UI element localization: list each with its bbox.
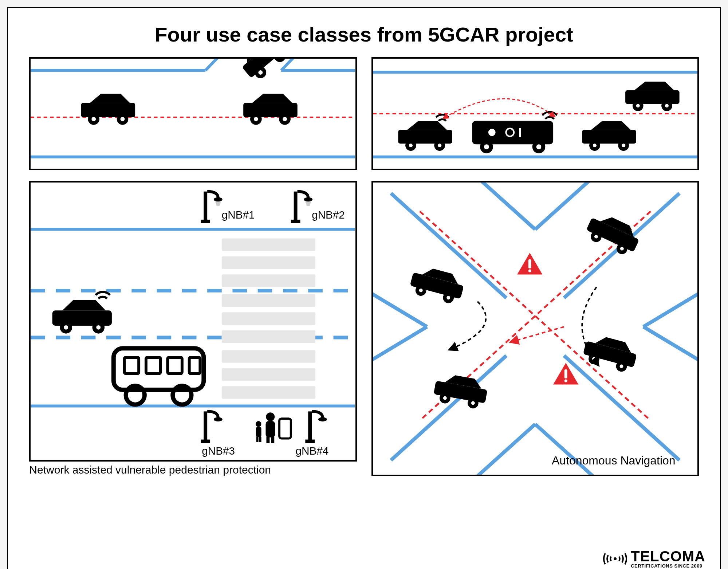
svg-rect-89	[256, 427, 261, 437]
svg-rect-51	[291, 220, 300, 223]
truck-icon	[472, 112, 557, 153]
svg-point-13	[92, 117, 96, 121]
svg-rect-16	[244, 103, 298, 117]
svg-rect-92	[279, 419, 291, 438]
svg-rect-109	[564, 369, 567, 378]
brand-logo: TELCOMA CERTIFICATIONS SINCE 2009	[602, 549, 705, 568]
svg-rect-62	[222, 330, 315, 343]
svg-point-38	[536, 144, 541, 149]
svg-rect-107	[528, 259, 531, 268]
svg-point-80	[214, 417, 223, 421]
svg-line-3	[282, 59, 327, 70]
svg-rect-79	[201, 440, 210, 443]
svg-rect-73	[146, 357, 161, 374]
wifi-icon	[436, 115, 449, 121]
svg-rect-75	[189, 357, 200, 374]
svg-line-100	[373, 327, 427, 370]
panel-pedestrian-wrap: gNB#1 gNB#2	[29, 181, 357, 476]
svg-point-44	[593, 144, 596, 147]
svg-rect-47	[204, 192, 208, 220]
svg-point-26	[636, 104, 640, 107]
svg-rect-57	[222, 238, 315, 251]
see-through-svg	[373, 59, 697, 169]
svg-point-108	[528, 270, 531, 272]
svg-rect-29	[398, 130, 452, 144]
svg-rect-63	[222, 350, 315, 363]
svg-rect-81	[308, 411, 312, 440]
svg-rect-64	[222, 368, 315, 381]
svg-point-70	[97, 325, 101, 330]
gnb-label: gNB#1	[222, 209, 255, 221]
svg-rect-42	[582, 130, 636, 144]
diagram-page: Four use case classes from 5GCAR project	[7, 7, 721, 569]
svg-rect-61	[222, 312, 315, 325]
svg-rect-91	[259, 437, 261, 442]
svg-line-103	[463, 424, 535, 475]
svg-point-49	[214, 197, 223, 202]
car-icon	[81, 94, 135, 125]
svg-line-101	[643, 283, 697, 327]
pedestrian-svg: gNB#1 gNB#2	[31, 183, 355, 460]
car-icon	[582, 121, 636, 151]
gnb-label: gNB#2	[312, 209, 345, 221]
autonomous-svg	[373, 183, 697, 475]
svg-line-97	[463, 183, 535, 229]
panel-caption: Autonomous Navigation	[552, 454, 676, 467]
svg-rect-48	[201, 220, 210, 223]
svg-point-20	[283, 117, 287, 121]
signal-icon	[602, 550, 628, 568]
car-icon	[244, 94, 298, 125]
svg-rect-87	[271, 437, 275, 443]
bus-icon	[114, 348, 204, 404]
brand-name: TELCOMA	[631, 549, 705, 564]
svg-rect-50	[294, 192, 298, 220]
svg-point-46	[622, 144, 625, 147]
svg-point-68	[64, 325, 68, 330]
wifi-icon	[96, 292, 110, 298]
lamp-icon	[291, 192, 312, 223]
brand-tagline: CERTIFICATIONS SINCE 2009	[631, 564, 702, 568]
svg-rect-72	[125, 357, 139, 374]
svg-rect-24	[625, 90, 680, 104]
svg-line-102	[643, 327, 697, 370]
svg-point-39	[488, 129, 495, 136]
svg-rect-65	[222, 386, 315, 399]
gnb-label: gNB#4	[296, 445, 329, 457]
svg-rect-59	[222, 274, 315, 287]
svg-rect-90	[256, 437, 259, 442]
svg-rect-86	[267, 437, 270, 443]
svg-rect-74	[168, 357, 182, 374]
svg-rect-82	[306, 440, 315, 443]
panel-see-through	[371, 57, 699, 170]
warning-icon	[517, 253, 542, 274]
lane-merge-svg	[31, 59, 355, 169]
svg-rect-58	[222, 256, 315, 269]
lamp-icon	[201, 411, 223, 443]
panel-autonomous: Autonomous Navigation	[371, 181, 699, 476]
svg-point-36	[484, 144, 489, 149]
svg-rect-60	[222, 294, 315, 307]
crosswalk-icon	[222, 238, 315, 399]
gnb-label: gNB#3	[202, 445, 235, 457]
svg-point-28	[665, 104, 669, 107]
svg-point-9	[272, 59, 288, 64]
svg-point-52	[304, 197, 313, 202]
car-icon	[408, 264, 466, 306]
car-icon	[625, 82, 680, 111]
car-icon	[52, 292, 112, 333]
svg-point-88	[256, 421, 261, 427]
car-icon	[581, 333, 639, 375]
svg-rect-78	[204, 411, 208, 440]
svg-point-84	[266, 412, 275, 421]
svg-point-15	[121, 117, 125, 121]
panel-caption: Network assisted vulnerable pedestrian p…	[29, 464, 357, 476]
panel-lane-merge	[29, 57, 357, 170]
svg-point-18	[254, 117, 258, 121]
lamp-icon	[306, 411, 327, 443]
panels-grid: gNB#1 gNB#2	[30, 57, 698, 476]
panel-pedestrian: gNB#1 gNB#2	[29, 181, 357, 462]
car-icon	[398, 115, 452, 151]
svg-point-131	[614, 557, 617, 560]
svg-point-83	[318, 417, 327, 421]
svg-line-95	[391, 356, 506, 460]
